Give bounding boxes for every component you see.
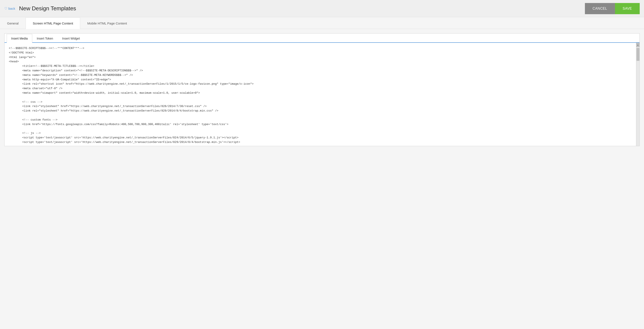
back-label: back	[8, 7, 15, 10]
heart-icon: ♡	[4, 6, 7, 10]
tab-screen-html[interactable]: Screen HTML Page Content	[26, 18, 80, 29]
editor-toolbar: Insert Media Insert Token Insert Widget	[4, 34, 640, 43]
page-title: New Design Templates	[19, 5, 76, 12]
scrollbar-thumb[interactable]	[636, 48, 640, 61]
cancel-button[interactable]: CANCEL	[585, 3, 615, 14]
header-actions: CANCEL SAVE	[585, 3, 640, 14]
header-left: ♡ back New Design Templates	[4, 5, 76, 12]
editor-container: Insert Media Insert Token Insert Widget …	[4, 33, 640, 146]
toolbar-tab-insert-media[interactable]: Insert Media	[7, 34, 32, 43]
main-content: Insert Media Insert Token Insert Widget …	[0, 29, 644, 150]
code-editor-wrapper: ▲	[4, 43, 640, 146]
back-link[interactable]: ♡ back	[4, 6, 15, 10]
tab-mobile-html[interactable]: Mobile HTML Page Content	[80, 18, 134, 29]
tab-general[interactable]: General	[0, 18, 26, 29]
toolbar-tab-insert-token[interactable]: Insert Token	[32, 34, 58, 43]
page-tabs: General Screen HTML Page Content Mobile …	[0, 17, 644, 29]
scrollbar-track[interactable]: ▲	[636, 43, 640, 146]
page-header: ♡ back New Design Templates CANCEL SAVE	[0, 0, 644, 17]
code-editor[interactable]	[4, 43, 636, 146]
toolbar-tab-insert-widget[interactable]: Insert Widget	[58, 34, 84, 43]
save-button[interactable]: SAVE	[615, 3, 640, 14]
scrollbar-up-button[interactable]: ▲	[636, 43, 640, 47]
